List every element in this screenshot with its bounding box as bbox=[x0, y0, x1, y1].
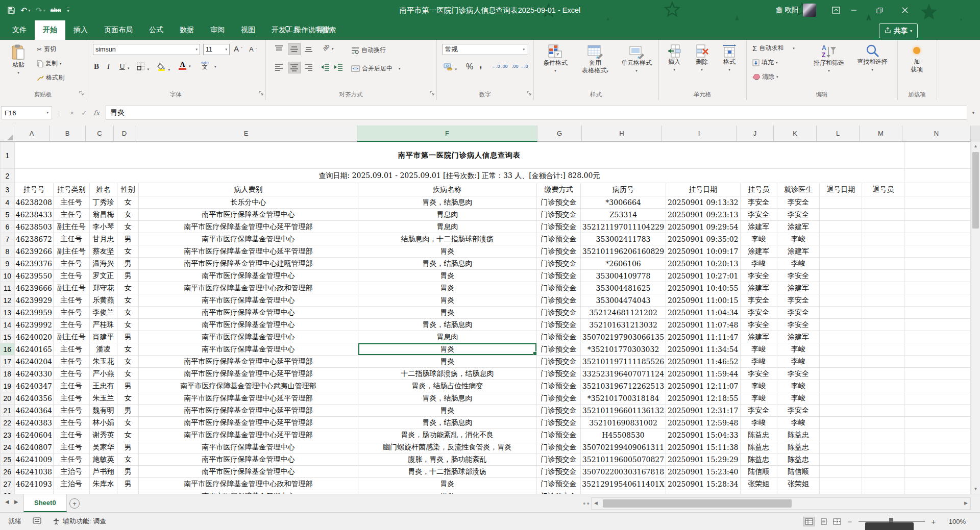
cell-J14[interactable]: 李安全 bbox=[740, 319, 777, 331]
cell-M23[interactable] bbox=[862, 429, 904, 441]
cell-D12[interactable]: 女 bbox=[117, 294, 139, 307]
cell-D5[interactable]: 女 bbox=[117, 209, 139, 221]
cell-E6[interactable]: 南平市医疗保障基金管理中心延平管理部 bbox=[139, 221, 358, 233]
cell-I14[interactable]: 20250901 11:07:48 bbox=[666, 319, 740, 331]
row-header-4[interactable]: 4 bbox=[1, 196, 15, 209]
cell-C20[interactable]: 朱玉兰 bbox=[89, 392, 117, 405]
row-header-27[interactable]: 27 bbox=[1, 478, 15, 490]
formula-input[interactable]: 胃炎 bbox=[106, 106, 967, 120]
cell-M13[interactable] bbox=[862, 307, 904, 319]
column-header-B[interactable]: B bbox=[50, 125, 86, 142]
cell-I8[interactable]: 20250901 10:09:17 bbox=[666, 245, 740, 258]
cell-G23[interactable]: 门诊预交金 bbox=[536, 429, 581, 441]
cell-A14[interactable]: 46239992 bbox=[14, 319, 53, 331]
cell-G10[interactable]: 门诊预交金 bbox=[536, 270, 581, 282]
increase-decimal-button[interactable]: ←.0 .00 bbox=[492, 64, 508, 69]
cell-K14[interactable]: 李安全 bbox=[777, 319, 819, 331]
column-header-C[interactable]: C bbox=[86, 125, 114, 142]
table-header-F3[interactable]: 疾病名称 bbox=[358, 183, 536, 196]
cell-L18[interactable] bbox=[820, 368, 862, 380]
cell-H16[interactable]: *352101770303032 bbox=[581, 343, 666, 356]
cell-C6[interactable]: 李小琴 bbox=[89, 221, 117, 233]
cell-F21[interactable]: 胃炎 bbox=[358, 405, 536, 417]
cell-M16[interactable] bbox=[862, 343, 904, 356]
query-summary-cell[interactable]: 查询日期: 2025.09.01 - 2025.09.01 [挂号次数:] 正常… bbox=[14, 169, 904, 183]
cell-C22[interactable]: 林小娟 bbox=[89, 417, 117, 429]
cell-I15[interactable]: 20250901 11:11:47 bbox=[666, 331, 740, 343]
cell-K22[interactable]: 李峻 bbox=[777, 417, 819, 429]
number-dialog-launcher[interactable] bbox=[527, 89, 532, 98]
scroll-right-arrow[interactable]: ▶ bbox=[964, 500, 968, 506]
cell-G5[interactable]: 门诊预交金 bbox=[536, 209, 581, 221]
cell-K17[interactable]: 李峻 bbox=[777, 356, 819, 368]
cell-L20[interactable] bbox=[820, 392, 862, 405]
cell-J11[interactable]: 涂建军 bbox=[740, 282, 777, 294]
row-header-17[interactable]: 17 bbox=[1, 356, 15, 368]
row-header-11[interactable]: 11 bbox=[1, 282, 15, 294]
cell-F19[interactable]: 胃炎，结肠占位性病变 bbox=[358, 380, 536, 392]
cell-E18[interactable]: 南平市医疗保障基金管理中心延平管理部 bbox=[139, 368, 358, 380]
cell-E17[interactable]: 南平市医疗保障基金管理中心延平管理部 bbox=[139, 356, 358, 368]
cell-L8[interactable] bbox=[820, 245, 862, 258]
cell-H8[interactable]: 352101196206160829 bbox=[581, 245, 666, 258]
avatar[interactable] bbox=[803, 4, 816, 17]
cell-I20[interactable]: 20250901 12:18:55 bbox=[666, 392, 740, 405]
cell-C13[interactable]: 李俊兰 bbox=[89, 307, 117, 319]
cell-D25[interactable]: 女 bbox=[117, 453, 139, 466]
row-header-20[interactable]: 20 bbox=[1, 392, 15, 405]
cell-B11[interactable]: 副主任号 bbox=[54, 282, 90, 294]
cell-I23[interactable]: 20250901 15:04:33 bbox=[666, 429, 740, 441]
cell-M10[interactable] bbox=[862, 270, 904, 282]
cell-B6[interactable]: 副主任号 bbox=[54, 221, 90, 233]
cell-J20[interactable]: 李峻 bbox=[740, 392, 777, 405]
normal-view-icon[interactable] bbox=[803, 517, 815, 526]
cell-I13[interactable]: 20250901 11:04:34 bbox=[666, 307, 740, 319]
cell-J5[interactable]: 李安全 bbox=[740, 209, 777, 221]
row-header-25[interactable]: 25 bbox=[1, 453, 15, 466]
cell-I18[interactable]: 20250901 11:59:44 bbox=[666, 368, 740, 380]
cell-K20[interactable]: 李峻 bbox=[777, 392, 819, 405]
underline-button[interactable]: U bbox=[119, 62, 125, 71]
cell-H11[interactable]: 353004481625 bbox=[581, 282, 666, 294]
autosum-button[interactable]: Σ自动求和▾ bbox=[752, 44, 795, 53]
cell-A25[interactable]: 46241009 bbox=[14, 453, 53, 466]
cell-M4[interactable] bbox=[862, 196, 904, 209]
row-header-19[interactable]: 19 bbox=[1, 380, 15, 392]
table-header-L3[interactable]: 退号日期 bbox=[820, 183, 862, 196]
cell-E5[interactable]: 南平市医疗保障基金管理中心 bbox=[139, 209, 358, 221]
cell-N16[interactable] bbox=[904, 343, 971, 356]
cell-A10[interactable]: 46239550 bbox=[14, 270, 53, 282]
cell-H26[interactable]: 350702200303167818 bbox=[581, 466, 666, 478]
cell-L28[interactable] bbox=[820, 490, 862, 494]
cell-F17[interactable]: 胃炎 bbox=[358, 356, 536, 368]
table-header-D3[interactable]: 性别 bbox=[117, 183, 139, 196]
cell-G6[interactable]: 门诊预交金 bbox=[536, 221, 581, 233]
cell-L21[interactable] bbox=[820, 405, 862, 417]
cell-H27[interactable]: 35212919540611401X bbox=[581, 478, 666, 490]
cell-N18[interactable] bbox=[904, 368, 971, 380]
cell-J23[interactable]: 陈益忠 bbox=[740, 429, 777, 441]
cell-F20[interactable]: 胃炎，结肠息肉 bbox=[358, 392, 536, 405]
cell-I19[interactable]: 20250901 12:11:07 bbox=[666, 380, 740, 392]
cell-C8[interactable]: 蔡友坚 bbox=[89, 245, 117, 258]
cell-H6[interactable]: 352121197011104229 bbox=[581, 221, 666, 233]
minimize-button[interactable] bbox=[848, 5, 860, 16]
cell-G15[interactable]: 门诊预交金 bbox=[536, 331, 581, 343]
cell-G16[interactable]: 门诊预交金 bbox=[536, 343, 581, 356]
row-header-22[interactable]: 22 bbox=[1, 417, 15, 429]
cell-E14[interactable]: 南平市医疗保障基金管理中心 bbox=[139, 319, 358, 331]
scroll-down-arrow[interactable]: ▼ bbox=[971, 485, 980, 494]
number-format-select[interactable]: 常规▾ bbox=[443, 44, 527, 55]
cell-G26[interactable]: 门诊预交金 bbox=[536, 466, 581, 478]
cell-H18[interactable]: 332523196407071124 bbox=[581, 368, 666, 380]
cell-D9[interactable]: 男 bbox=[117, 258, 139, 270]
cell-L7[interactable] bbox=[820, 233, 862, 245]
align-middle-icon[interactable] bbox=[288, 43, 301, 55]
cell-A6[interactable]: 46238503 bbox=[14, 221, 53, 233]
wrap-text-button[interactable]: 自动换行 bbox=[351, 46, 386, 55]
cell-B12[interactable]: 主任号 bbox=[54, 294, 90, 307]
align-center-icon[interactable] bbox=[288, 62, 301, 73]
row-header-7[interactable]: 7 bbox=[1, 233, 15, 245]
cell-A26[interactable]: 46241038 bbox=[14, 466, 53, 478]
cell-N2[interactable] bbox=[904, 169, 971, 183]
